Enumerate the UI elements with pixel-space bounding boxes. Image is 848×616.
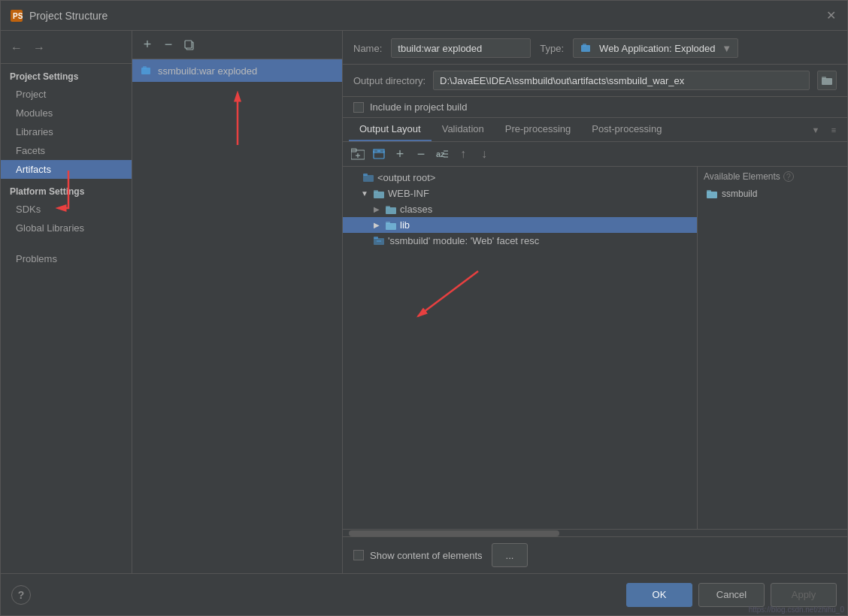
svg-rect-36 [707,190,711,192]
available-elements-panel: Available Elements ? ssmbuild [697,167,847,529]
module-facet-icon [373,236,385,246]
sidebar-item-sdks[interactable]: SDKs [1,200,132,219]
svg-rect-35 [707,192,717,198]
move-up-button[interactable]: ↑ [454,145,472,163]
include-build-row: Include in project build [343,97,847,118]
tab-post-processing[interactable]: Post-processing [581,118,672,141]
sidebar-item-problems[interactable]: Problems [1,249,132,268]
sidebar-item-global-libraries[interactable]: Global Libraries [1,219,132,237]
expand-icon [349,173,359,183]
dialog-title: Project Structure [29,10,823,22]
tab-actions: ▼ ≡ [808,122,841,137]
type-dropdown[interactable]: Web Application: Exploded ▼ [573,38,738,58]
sidebar-item-facets[interactable]: Facets [1,141,132,160]
help-button[interactable]: ? [11,585,31,605]
root-icon [362,173,374,183]
remove-button[interactable]: − [412,145,430,163]
tree-area: <output root> ▼ WEB-INF ▶ [343,167,847,529]
svg-rect-32 [374,237,378,239]
svg-rect-25 [374,192,384,198]
scrollbar-thumb[interactable] [349,530,559,536]
artifact-list-item[interactable]: ssmbuild:war exploded [132,59,342,82]
name-input[interactable] [391,38,531,58]
svg-rect-30 [386,222,390,224]
right-panel: Name: Type: Web Application: Exploded ▼ … [343,31,847,573]
help-icon: ? [783,171,794,182]
tree-node-output-root[interactable]: <output root> [343,170,697,186]
tab-output-layout[interactable]: Output Layout [349,118,432,141]
output-dir-label: Output directory: [353,75,426,86]
module-facet-label: 'ssmbuild' module: 'Web' facet resc [388,235,539,246]
platform-settings-heading: Platform Settings [1,179,132,200]
copy-artifact-button[interactable] [180,36,198,54]
left-toolbar: + − [132,31,342,59]
cancel-button[interactable]: Cancel [698,583,765,607]
tab-pre-processing[interactable]: Pre-processing [495,118,581,141]
create-dir-button[interactable] [349,145,367,163]
folder-icon-webinf [373,189,385,199]
tree-node-classes[interactable]: ▶ classes [343,201,697,217]
move-down-button[interactable]: ↓ [475,145,493,163]
title-bar: PS Project Structure ✕ [1,1,847,31]
expand-icon-webinf: ▼ [359,189,370,199]
show-content-label: Show content of elements [370,550,483,561]
name-type-row: Name: Type: Web Application: Exploded ▼ [343,31,847,65]
available-elements-label: Available Elements [704,171,780,182]
include-build-checkbox[interactable] [353,102,364,113]
artifact-name: ssmbuild:war exploded [158,65,257,77]
output-toolbar: + − az ↑ ↓ [343,142,847,167]
svg-rect-23 [363,175,374,182]
watermark: https://blog.csdn.net/zhihu_0 [749,605,844,614]
output-dir-row: Output directory: [343,65,847,97]
ssmbuild-folder-icon [707,189,717,199]
close-button[interactable]: ✕ [823,8,838,23]
browse-button[interactable] [817,71,837,90]
output-dir-input[interactable] [433,71,810,90]
apply-button[interactable]: Apply [771,583,837,607]
tree-node-lib[interactable]: ▶ lib [343,217,697,233]
tab-menu-button[interactable]: ▼ [808,122,823,137]
tree-node-webinf[interactable]: ▼ WEB-INF [343,186,697,201]
svg-rect-29 [386,223,396,230]
forward-button[interactable]: → [31,40,47,56]
svg-rect-24 [363,174,368,176]
tab-options-button[interactable]: ≡ [826,122,841,137]
artifacts-label: Artifacts [16,164,51,175]
back-button[interactable]: ← [8,40,25,56]
available-item-ssmbuild[interactable]: ssmbuild [704,186,841,201]
expand-icon-lib: ▶ [371,220,382,231]
add-artifact-button[interactable]: + [138,36,156,54]
svg-rect-9 [583,44,586,47]
svg-rect-11 [822,77,826,79]
type-label: Type: [540,43,564,54]
tab-validation[interactable]: Validation [432,118,495,141]
show-content-checkbox[interactable] [353,550,364,560]
main-content: ← → Project Settings Project Modules Lib… [1,31,847,573]
svg-rect-28 [386,206,390,208]
lib-arrow-annotation [373,264,697,341]
type-dropdown-arrow-icon: ▼ [722,43,731,54]
sidebar: ← → Project Settings Project Modules Lib… [1,31,132,573]
tabs-bar: Output Layout Validation Pre-processing … [343,118,847,142]
sidebar-item-artifacts[interactable]: Artifacts [1,160,132,179]
tree-node-module-facet[interactable]: 'ssmbuild' module: 'Web' facet resc [343,233,697,249]
sidebar-item-modules[interactable]: Modules [1,104,132,122]
type-value: Web Application: Exploded [599,43,715,54]
expand-icon-facet [359,236,370,246]
sort-button[interactable]: az [433,145,451,163]
ellipsis-button[interactable]: ... [492,543,528,567]
webinf-label: WEB-INF [388,188,429,199]
include-build-label: Include in project build [370,101,467,113]
sidebar-item-libraries[interactable]: Libraries [1,122,132,141]
app-icon: PS [10,9,23,23]
add-button[interactable]: + [391,145,409,163]
lib-label: lib [400,219,410,231]
output-root-label: <output root> [377,172,435,183]
remove-artifact-button[interactable]: − [159,36,177,54]
folder-icon-lib [385,220,397,231]
archive-button[interactable] [370,145,388,163]
horizontal-scrollbar[interactable] [343,529,847,536]
ok-button[interactable]: OK [626,583,692,607]
sidebar-item-project[interactable]: Project [1,85,132,104]
name-label: Name: [353,43,382,54]
